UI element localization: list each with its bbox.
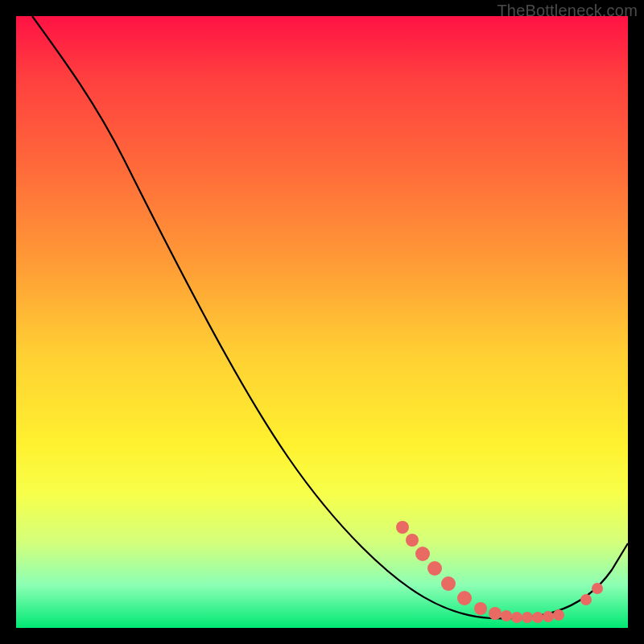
marker-group bbox=[396, 521, 603, 623]
svg-point-15 bbox=[592, 583, 603, 594]
svg-point-7 bbox=[489, 607, 502, 620]
svg-point-1 bbox=[406, 534, 419, 547]
bottleneck-curve bbox=[32, 16, 628, 618]
svg-point-9 bbox=[511, 612, 522, 623]
svg-point-5 bbox=[457, 591, 472, 605]
svg-point-8 bbox=[501, 610, 512, 621]
svg-point-10 bbox=[522, 612, 533, 623]
svg-point-2 bbox=[415, 547, 430, 561]
svg-point-13 bbox=[553, 609, 564, 621]
svg-point-3 bbox=[427, 561, 442, 576]
svg-point-14 bbox=[580, 594, 592, 605]
bottleneck-chart bbox=[16, 16, 628, 628]
svg-point-11 bbox=[532, 612, 543, 623]
svg-point-0 bbox=[396, 521, 409, 534]
svg-point-12 bbox=[543, 611, 554, 622]
svg-point-6 bbox=[474, 602, 487, 615]
curve-svg bbox=[16, 16, 628, 628]
svg-point-4 bbox=[441, 576, 456, 591]
